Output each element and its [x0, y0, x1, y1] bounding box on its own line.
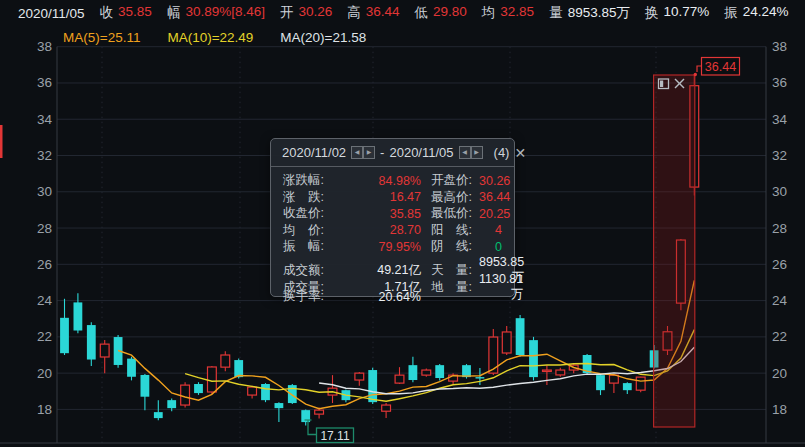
y-axis-label-left: 28	[37, 221, 52, 236]
stat-label: 换手率:	[283, 288, 347, 305]
quote-field-value: 8953.85万	[568, 4, 630, 22]
candle[interactable]	[194, 382, 203, 395]
stat-label: 涨 跌:	[283, 189, 347, 206]
candle[interactable]	[261, 383, 270, 402]
stat-value: 35.85	[347, 207, 421, 221]
quote-field: 量8953.85万	[549, 4, 630, 22]
step-next-icon[interactable]: ▶	[363, 146, 375, 159]
quote-field-label: 振	[724, 4, 738, 22]
y-axis-label-right: 30	[772, 184, 787, 199]
step-next-icon[interactable]: ▶	[471, 146, 483, 159]
popup-stat-row: 收盘价:35.85最低价:20.25	[283, 205, 502, 222]
popup-stat-row: 涨跌幅:84.98%开盘价:30.26	[283, 172, 502, 189]
popup-stat-row: 成交额:49.21亿天 量:8953.85万	[283, 255, 502, 272]
quote-field-value: 10.77%	[663, 4, 709, 22]
ma-legend: MA(5)=25.11MA(10)=22.49MA(20)=21.58	[63, 30, 366, 45]
stat-label: 天 量:	[421, 262, 479, 279]
y-axis-label-right: 38	[772, 39, 787, 54]
stat-value: 20.64%	[347, 290, 421, 304]
y-axis-label-right: 20	[772, 366, 787, 381]
stat-value: 28.70	[347, 223, 421, 237]
stat-label: 开盘价:	[421, 172, 479, 189]
quote-field: 幅30.89%[8.46]	[167, 4, 265, 22]
popup-stat-row: 振 幅:79.95%阴 线:0	[283, 238, 502, 255]
clipped-candle-fragment	[0, 125, 3, 158]
candle[interactable]	[87, 322, 96, 366]
quote-field-value: 35.85	[118, 4, 152, 22]
quote-field: 高36.44	[347, 4, 399, 22]
candle[interactable]	[516, 315, 525, 357]
popup-stats: 涨跌幅:84.98%开盘价:30.26涨 跌:16.47最高价:36.44收盘价…	[271, 167, 514, 305]
stat-label: 地 量:	[421, 279, 479, 296]
y-axis-label-left: 24	[37, 293, 53, 308]
stat-label: 收盘价:	[283, 205, 347, 222]
quote-field-label: 高	[347, 4, 361, 22]
y-axis-label-left: 18	[37, 402, 52, 417]
popup-stat-row: 涨 跌:16.47最高价:36.44	[283, 189, 502, 206]
y-axis-label-left: 20	[37, 366, 52, 381]
y-axis-label-left: 32	[37, 148, 52, 163]
stat-label: 阴 线:	[421, 238, 479, 255]
range-end-date: 2020/11/05	[389, 145, 453, 160]
stat-value: 36.44	[479, 190, 510, 204]
quote-field-label: 收	[100, 4, 114, 22]
candle[interactable]	[636, 377, 645, 392]
y-axis-label-left: 26	[37, 257, 52, 272]
stat-label: 阳 线:	[421, 222, 479, 239]
quote-field: 换10.77%	[645, 4, 709, 22]
quote-field: 收35.85	[100, 4, 152, 22]
quote-field-value: 32.85	[500, 4, 534, 22]
candle[interactable]	[435, 364, 444, 380]
stat-label: 涨跌幅:	[283, 172, 347, 189]
quote-field: 振24.24%	[724, 4, 788, 22]
quote-field-value: 30.89%[8.46]	[185, 4, 265, 22]
y-axis-label-left: 36	[37, 75, 52, 90]
range-bar-count: (4)	[494, 145, 510, 160]
end-date-stepper[interactable]: ◀▶	[459, 146, 483, 159]
low-price-label: 17.11	[320, 429, 349, 443]
stat-value: 79.95%	[347, 240, 421, 254]
stat-label: 均 价:	[283, 222, 347, 239]
candle[interactable]	[288, 384, 297, 404]
range-start-date: 2020/11/02	[282, 145, 346, 160]
quote-field-value: 36.44	[366, 4, 400, 22]
quote-date: 2020/11/05	[18, 6, 85, 21]
step-prev-icon[interactable]: ◀	[351, 146, 363, 159]
quote-summary-bar: 2020/11/05 收35.85幅30.89%[8.46]开30.26高36.…	[0, 0, 805, 26]
candle[interactable]	[181, 382, 190, 407]
ma-legend-item: MA(20)=21.58	[280, 30, 366, 45]
step-prev-icon[interactable]: ◀	[459, 146, 471, 159]
stat-label: 最高价:	[421, 189, 479, 206]
stat-label: 成交额:	[283, 262, 347, 279]
stat-label: 振 幅:	[283, 238, 347, 255]
range-stats-popup: 2020/11/02 ◀▶ - 2020/11/05 ◀▶ (4) ✕ 涨跌幅:…	[270, 138, 515, 297]
y-axis-label-right: 24	[772, 293, 788, 308]
y-axis-label-right: 26	[772, 257, 787, 272]
range-separator: -	[380, 145, 384, 160]
quote-field-value: 30.26	[298, 4, 332, 22]
quote-fields: 收35.85幅30.89%[8.46]开30.26高36.44低29.80均32…	[100, 4, 789, 22]
y-axis-label-left: 22	[37, 329, 52, 344]
range-selection-box[interactable]	[654, 75, 695, 427]
stat-value: 4	[479, 223, 502, 237]
popup-stat-row: 均 价:28.70阳 线:4	[283, 222, 502, 239]
quote-field: 低29.80	[415, 4, 467, 22]
start-date-stepper[interactable]: ◀▶	[351, 146, 375, 159]
candle[interactable]	[529, 337, 538, 381]
quote-field-value: 29.80	[433, 4, 467, 22]
stat-value: 20.25	[479, 207, 510, 221]
candle[interactable]	[422, 369, 431, 377]
ma-legend-item: MA(5)=25.11	[63, 30, 140, 45]
stat-value: 30.26	[479, 174, 510, 188]
quote-field: 开30.26	[280, 4, 332, 22]
popup-close-icon[interactable]: ✕	[514, 145, 526, 161]
quote-field-label: 均	[482, 4, 496, 22]
stat-value: 84.98%	[347, 174, 421, 188]
y-axis-label-left: 34	[37, 112, 53, 127]
y-axis-label-left: 38	[37, 39, 52, 54]
quote-field-label: 量	[549, 4, 563, 22]
high-price-label: 36.44	[705, 60, 736, 74]
quote-field-label: 幅	[167, 4, 181, 22]
quote-field-label: 开	[280, 4, 294, 22]
quote-field: 均32.85	[482, 4, 534, 22]
